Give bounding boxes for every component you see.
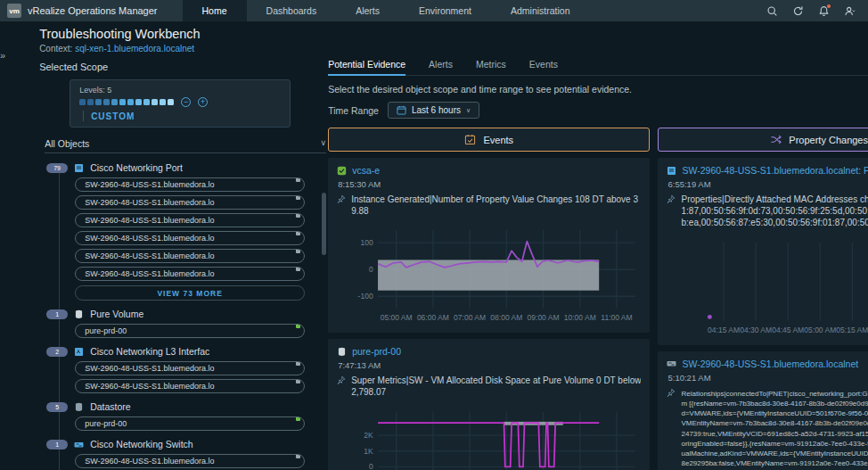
search-icon[interactable] bbox=[766, 5, 778, 17]
object-pill-label: SW-2960-48-USS-S1.bluemedora.lo bbox=[85, 198, 214, 207]
object-type-row-cisco-networking-l3-interfac[interactable]: 2Cisco Networking L3 Interfac bbox=[46, 346, 328, 357]
object-pill[interactable]: SW-2960-48-USS-S1.bluemedora.lo bbox=[75, 379, 305, 393]
scope-level-dot bbox=[127, 99, 134, 105]
object-pill[interactable]: SW-2960-48-USS-S1.bluemedora.lo bbox=[75, 231, 305, 245]
nav-item-administration[interactable]: Administration bbox=[491, 0, 590, 21]
metric-chart: 05:00 AM06:00 AM07:00 AM08:00 AM09:00 AM… bbox=[337, 406, 641, 470]
calendar-icon bbox=[397, 105, 406, 115]
svg-text:100: 100 bbox=[361, 238, 373, 247]
events-card-list: vcsa-e8:15:30 AMInstance Generated|Numbe… bbox=[328, 158, 650, 470]
nav-item-home[interactable]: Home bbox=[183, 0, 247, 21]
evidence-object-link[interactable]: pure-prd-00 bbox=[352, 346, 641, 357]
nav-menu: HomeDashboardsAlertsEnvironmentAdministr… bbox=[183, 0, 590, 21]
shuffle-icon bbox=[770, 134, 782, 145]
object-type-row-pure-volume[interactable]: 1Pure Volume bbox=[46, 309, 328, 319]
evidence-object-link[interactable]: SW-2960-48-USS-S1.bluemedora.localnet: P… bbox=[682, 165, 868, 176]
decrease-levels-icon[interactable]: − bbox=[181, 97, 191, 107]
scope-level-dot bbox=[168, 99, 174, 105]
object-pill-label: SW-2960-48-USS-S1.bluemedora.lo bbox=[85, 251, 214, 260]
evidence-timestamp: 8:15:30 AM bbox=[338, 179, 641, 189]
object-pill[interactable]: pure-prd-00 bbox=[75, 324, 305, 338]
status-dot-gray bbox=[296, 177, 300, 182]
cylinder-white-icon bbox=[337, 347, 347, 357]
time-range-button[interactable]: Last 6 hours ∨ bbox=[388, 102, 479, 119]
svg-text:04:30 AM: 04:30 AM bbox=[741, 326, 773, 334]
evidence-metric-row: Super Metrics|SW - VM Allocated Disk Spa… bbox=[337, 375, 641, 398]
refresh-icon[interactable] bbox=[792, 5, 804, 17]
nav-item-dashboards[interactable]: Dashboards bbox=[247, 0, 337, 21]
sidebar-scrollbar[interactable] bbox=[322, 193, 326, 255]
object-type-label: Pure Volume bbox=[90, 309, 143, 319]
svg-text:04:45 AM: 04:45 AM bbox=[773, 326, 805, 334]
object-filter-value: All Objects bbox=[45, 138, 89, 149]
evidence-description: Select the desired object scope and time… bbox=[328, 84, 868, 95]
svg-text:11:00 AM: 11:00 AM bbox=[601, 314, 632, 323]
levels-label: Levels: 5 bbox=[79, 86, 283, 95]
svg-text:05:15 AM: 05:15 AM bbox=[837, 326, 868, 334]
switch-gray-icon bbox=[667, 359, 676, 368]
app-title: vRealize Operations Manager bbox=[28, 5, 158, 16]
status-dot-gray bbox=[296, 249, 300, 253]
status-dot-gray bbox=[296, 267, 300, 271]
selected-scope-label: Selected Scope bbox=[39, 62, 328, 72]
increase-levels-icon[interactable]: + bbox=[198, 97, 208, 107]
object-count-badge: 2 bbox=[46, 347, 68, 357]
custom-scope-link[interactable]: CUSTOM bbox=[91, 111, 135, 121]
object-pill[interactable]: SW-2960-48-USS-S1.bluemedora.lo bbox=[75, 213, 305, 227]
object-pill-label: SW-2960-48-USS-S1.bluemedora.lo bbox=[85, 457, 214, 466]
property-changes-column: Property Changes SW-2960-48-USS-S1.bluem… bbox=[658, 128, 868, 470]
cisco-networking-port-icon bbox=[74, 163, 84, 173]
status-dot-gray bbox=[296, 361, 300, 366]
object-filter-dropdown[interactable]: All Objects ∨ bbox=[45, 138, 326, 153]
evidence-metric-row: Properties|Directly Attached MAC Address… bbox=[667, 194, 868, 229]
view-more-button[interactable]: VIEW 73 MORE bbox=[75, 285, 305, 301]
evidence-tabs: Potential EvidenceAlertsMetricsEvents bbox=[328, 59, 868, 76]
object-pill[interactable]: SW-2960-48-USS-S1.bluemedora.lo bbox=[75, 177, 305, 192]
object-pill[interactable]: SW-2960-48-USS-S1.bluemedora.lo bbox=[75, 267, 305, 281]
datastore-icon bbox=[74, 402, 84, 412]
object-type-row-cisco-networking-switch[interactable]: 1Cisco Networking Switch bbox=[46, 439, 328, 449]
object-pill-list: SW-2960-48-USS-S1.bluemedora.loSW-2960-4… bbox=[75, 361, 328, 393]
object-type-label: Datastore bbox=[90, 401, 131, 412]
object-pill[interactable]: SW-2960-48-USS-S1.bluemedora.lo bbox=[75, 195, 305, 210]
object-pill[interactable]: SW-2960-48-USS-S1.bluemedora.lo bbox=[75, 454, 305, 468]
evidence-object-link[interactable]: SW-2960-48-USS-S1.bluemedora.localnet bbox=[682, 359, 868, 369]
cisco-networking-l3-interfac-icon bbox=[74, 347, 84, 357]
object-pill-list: SW-2960-48-USS-S1.bluemedora.lo bbox=[75, 454, 328, 468]
scope-level-dot bbox=[160, 99, 166, 105]
top-nav: vm vRealize Operations Manager HomeDashb… bbox=[0, 0, 868, 21]
tab-events[interactable]: Events bbox=[529, 59, 558, 76]
tab-metrics[interactable]: Metrics bbox=[476, 59, 506, 76]
svg-text:05:00 AM: 05:00 AM bbox=[805, 326, 837, 334]
object-type-row-datastore[interactable]: 5Datastore bbox=[46, 401, 328, 412]
object-pill[interactable]: SW-2960-48-USS-S1.bluemedora.lo bbox=[75, 361, 305, 375]
scope-level-dots: −+ bbox=[79, 97, 283, 107]
scope-box: Levels: 5 −+ CUSTOM bbox=[70, 79, 291, 128]
pin-icon bbox=[337, 194, 346, 205]
status-dot-gray bbox=[296, 195, 300, 200]
evidence-columns: Events vcsa-e8:15:30 AMInstance Generate… bbox=[328, 128, 868, 470]
context-row: Context: sql-xen-1.bluemedora.localnet bbox=[39, 44, 868, 54]
evidence-card-header: pure-prd-00 bbox=[337, 346, 641, 357]
chevron-down-icon: ∨ bbox=[321, 138, 327, 149]
object-pill[interactable]: SW-2960-48-USS-S1.bluemedora.lo bbox=[75, 249, 305, 263]
tab-potential-evidence[interactable]: Potential Evidence bbox=[328, 59, 405, 76]
evidence-card: vcsa-e8:15:30 AMInstance Generated|Numbe… bbox=[328, 158, 650, 333]
user-icon[interactable] bbox=[844, 5, 856, 17]
nav-item-environment[interactable]: Environment bbox=[399, 0, 491, 21]
evidence-detail-text: Relationships|connectedTo|PNET|cisco_net… bbox=[681, 389, 868, 470]
tab-alerts[interactable]: Alerts bbox=[429, 59, 453, 76]
object-type-row-cisco-networking-port[interactable]: 79Cisco Networking Port bbox=[46, 162, 328, 173]
context-label: Context: bbox=[39, 44, 72, 54]
nav-item-alerts[interactable]: Alerts bbox=[336, 0, 399, 21]
object-pill[interactable]: pure-prd-00 bbox=[75, 416, 305, 431]
scope-level-dot bbox=[79, 99, 86, 105]
object-count-badge: 1 bbox=[46, 309, 68, 319]
chevron-down-icon: ∨ bbox=[466, 107, 471, 114]
notifications-icon[interactable] bbox=[818, 5, 830, 17]
context-object-link[interactable]: sql-xen-1.bluemedora.localnet bbox=[75, 44, 194, 54]
evidence-metric-text: Instance Generated|Number of Property Va… bbox=[351, 194, 641, 217]
evidence-object-link[interactable]: vcsa-e bbox=[352, 165, 641, 176]
svg-text:09:00 AM: 09:00 AM bbox=[528, 314, 560, 323]
metric-chart: 05:00 AM06:00 AM07:00 AM08:00 AM09:00 AM… bbox=[337, 224, 641, 326]
